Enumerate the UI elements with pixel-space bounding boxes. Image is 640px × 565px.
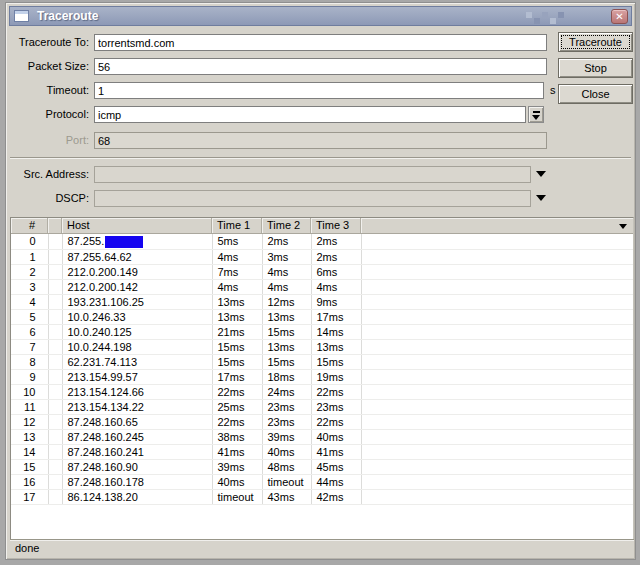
cell-filler [361,264,633,279]
cell-host: 87.248.160.178 [62,474,212,489]
cell-host: 87.248.160.245 [62,429,212,444]
dscp-input[interactable] [94,190,531,207]
table-row[interactable]: 1687.248.160.17840mstimeout44ms [11,474,633,489]
table-row[interactable]: 710.0.244.19815ms13ms13ms [11,339,633,354]
cell-host: 10.0.244.198 [62,339,212,354]
cell-spacer [48,414,62,429]
timeout-unit: s [550,82,556,99]
traceroute-to-input[interactable] [94,34,547,51]
cell-time2: 23ms [262,399,311,414]
cell-filler [361,414,633,429]
table-row[interactable]: 11213.154.134.2225ms23ms23ms [11,399,633,414]
column-header-number[interactable]: # [11,218,48,233]
table-row[interactable]: 9213.154.99.5717ms18ms19ms [11,369,633,384]
cell-time3: 9ms [311,294,361,309]
cell-number: 6 [11,324,48,339]
status-text: done [15,542,39,554]
status-bar: done [10,539,634,556]
cell-host: 10.0.240.125 [62,324,212,339]
cell-time3: 15ms [311,354,361,369]
title-bar[interactable]: Traceroute ✕ [9,6,632,26]
chevron-down-icon [532,115,540,120]
table-row[interactable]: 1587.248.160.9039ms48ms45ms [11,459,633,474]
cell-spacer [48,309,62,324]
cell-filler [361,399,633,414]
cell-time3: 23ms [311,399,361,414]
src-address-dropdown-arrow[interactable] [536,171,546,177]
cell-number: 17 [11,489,48,504]
cell-time3: 6ms [311,264,361,279]
cell-number: 2 [11,264,48,279]
table-row[interactable]: 3212.0.200.1424ms4ms4ms [11,279,633,294]
cell-time1: 13ms [212,294,262,309]
cell-time2: 39ms [262,429,311,444]
cell-time3: 41ms [311,444,361,459]
cell-time2: 48ms [262,459,311,474]
table-row[interactable]: 2212.0.200.1497ms4ms6ms [11,264,633,279]
cell-spacer [48,294,62,309]
cell-time1: 7ms [212,264,262,279]
protocol-dropdown-button[interactable] [528,106,544,123]
cell-time2: 13ms [262,309,311,324]
cell-host: 87.255. [62,234,212,249]
src-address-input[interactable] [94,166,531,183]
cell-spacer [48,369,62,384]
table-row[interactable]: 610.0.240.12521ms15ms14ms [11,324,633,339]
cell-number: 12 [11,414,48,429]
cell-number: 7 [11,339,48,354]
cell-time2: 43ms [262,489,311,504]
selection-highlight [105,236,143,248]
cell-filler [361,294,633,309]
column-chooser-dropdown[interactable] [616,221,630,232]
cell-spacer [48,339,62,354]
table-body: 087.255.5ms2ms2ms187.255.64.624ms3ms2ms2… [11,234,633,505]
table-row[interactable]: 087.255.5ms2ms2ms [11,234,633,249]
cell-time2: 2ms [262,234,311,249]
cell-number: 0 [11,234,48,249]
packet-size-input[interactable] [94,58,547,75]
cell-number: 9 [11,369,48,384]
table-row[interactable]: 1786.124.138.20timeout43ms42ms [11,489,633,504]
table-row[interactable]: 4193.231.106.2513ms12ms9ms [11,294,633,309]
table-row[interactable]: 862.231.74.11315ms15ms15ms [11,354,633,369]
cell-time2: 3ms [262,249,311,264]
cell-spacer [48,459,62,474]
table-row[interactable]: 1387.248.160.24538ms39ms40ms [11,429,633,444]
cell-filler [361,339,633,354]
cell-time3: 44ms [311,474,361,489]
table-row[interactable]: 187.255.64.624ms3ms2ms [11,249,633,264]
close-button[interactable]: Close [558,84,633,104]
table-row[interactable]: 510.0.246.3313ms13ms17ms [11,309,633,324]
cell-spacer [48,399,62,414]
trace-table-body: 087.255.5ms2ms2ms187.255.64.624ms3ms2ms2… [11,234,633,504]
cell-time1: 4ms [212,279,262,294]
column-header-time2[interactable]: Time 2 [262,218,311,233]
chevron-down-icon [536,195,546,201]
cell-time2: 12ms [262,294,311,309]
titlebar-pattern [558,12,564,18]
cell-time3: 17ms [311,309,361,324]
cell-time2: 15ms [262,354,311,369]
table-row[interactable]: 10213.154.124.6622ms24ms22ms [11,384,633,399]
column-header-spacer[interactable] [48,218,62,233]
stop-button[interactable]: Stop [558,58,633,78]
dscp-dropdown-arrow[interactable] [536,195,546,201]
column-header-host[interactable]: Host [62,218,212,233]
table-row[interactable]: 1487.248.160.24141ms40ms41ms [11,444,633,459]
traceroute-button[interactable]: Traceroute [558,32,633,52]
cell-time2: 40ms [262,444,311,459]
close-icon[interactable]: ✕ [611,9,628,24]
cell-number: 1 [11,249,48,264]
timeout-input[interactable] [94,82,544,99]
cell-time3: 45ms [311,459,361,474]
cell-number: 13 [11,429,48,444]
column-header-time3[interactable]: Time 3 [311,218,361,233]
window-icon [14,10,29,22]
cell-time3: 22ms [311,384,361,399]
protocol-input[interactable] [94,106,526,123]
table-row[interactable]: 1287.248.160.6522ms23ms22ms [11,414,633,429]
cell-filler [361,279,633,294]
cell-time1: 17ms [212,369,262,384]
cell-time1: 25ms [212,399,262,414]
column-header-time1[interactable]: Time 1 [212,218,262,233]
